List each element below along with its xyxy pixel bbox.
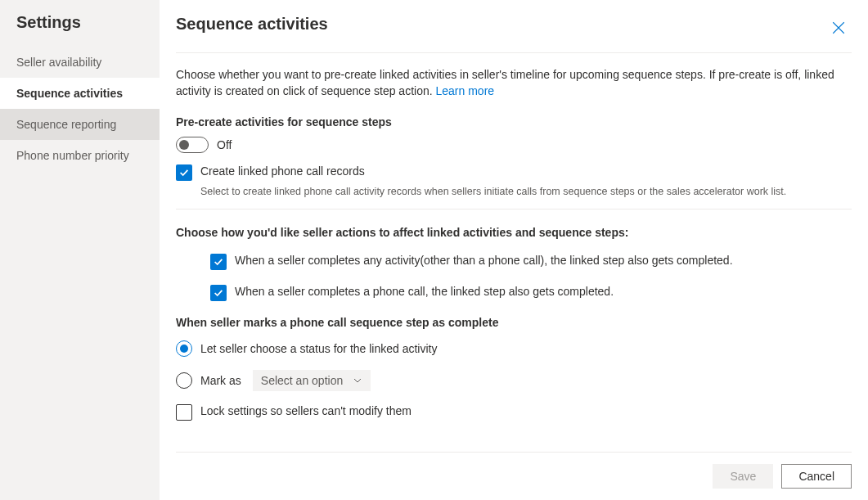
lock-settings-checkbox[interactable] — [176, 404, 192, 421]
affect-opt1-checkbox[interactable] — [210, 254, 227, 270]
phonecomplete-heading: When seller marks a phone call sequence … — [176, 316, 852, 329]
intro-body: Choose whether you want to pre-create li… — [176, 68, 834, 97]
lock-settings-label: Lock settings so sellers can't modify th… — [200, 404, 412, 417]
sidebar-item-sequence-reporting[interactable]: Sequence reporting — [0, 109, 160, 140]
divider — [176, 52, 852, 53]
sidebar-item-phone-number-priority[interactable]: Phone number priority — [0, 140, 160, 171]
chevron-down-icon — [353, 376, 362, 385]
create-linked-desc: Select to create linked phone call activ… — [200, 186, 852, 197]
radio-mark-as-label: Mark as — [200, 374, 241, 387]
radio-let-seller-choose-label: Let seller choose a status for the linke… — [200, 342, 437, 355]
mark-as-select-placeholder: Select an option — [261, 374, 343, 387]
affect-heading: Choose how you'd like seller actions to … — [176, 226, 852, 239]
save-button[interactable]: Save — [713, 464, 773, 489]
cancel-button[interactable]: Cancel — [781, 464, 852, 489]
create-linked-checkbox[interactable] — [176, 164, 192, 181]
precreate-toggle-state: Off — [217, 138, 232, 151]
intro-text: Choose whether you want to pre-create li… — [176, 66, 852, 99]
page-title: Sequence activities — [176, 15, 328, 34]
learn-more-link[interactable]: Learn more — [436, 84, 495, 97]
create-linked-label: Create linked phone call records — [200, 164, 365, 178]
check-icon — [178, 167, 190, 178]
radio-let-seller-choose[interactable] — [176, 340, 192, 357]
sidebar-title: Settings — [0, 13, 160, 47]
radio-mark-as[interactable] — [176, 372, 192, 389]
check-icon — [213, 256, 224, 268]
close-icon — [831, 20, 846, 35]
mark-as-select[interactable]: Select an option — [253, 370, 371, 391]
footer: Save Cancel — [176, 452, 852, 500]
close-button[interactable] — [825, 15, 852, 41]
settings-sidebar: Settings Seller availability Sequence ac… — [0, 0, 160, 500]
divider — [176, 209, 852, 209]
precreate-heading: Pre-create activities for sequence steps — [176, 115, 852, 128]
sidebar-item-seller-availability[interactable]: Seller availability — [0, 47, 160, 78]
affect-opt2-checkbox[interactable] — [210, 285, 227, 301]
affect-opt1-label: When a seller completes any activity(oth… — [235, 254, 733, 267]
check-icon — [213, 287, 224, 299]
affect-opt2-label: When a seller completes a phone call, th… — [235, 285, 614, 298]
sidebar-item-sequence-activities[interactable]: Sequence activities — [0, 78, 160, 109]
precreate-toggle[interactable] — [176, 137, 209, 153]
main-panel: Sequence activities Choose whether you w… — [160, 0, 868, 500]
